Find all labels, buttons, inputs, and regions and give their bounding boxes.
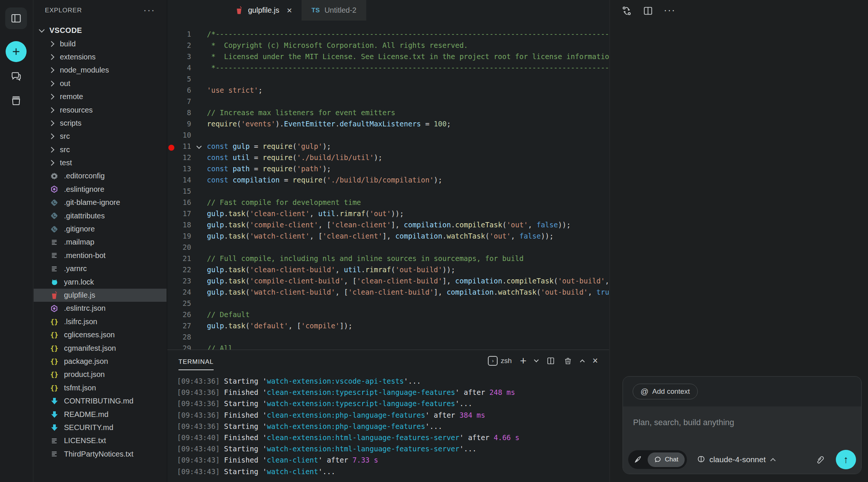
mode-toggle[interactable]: Chat <box>628 450 687 469</box>
code-line[interactable]: 6'use strict'; <box>167 86 609 97</box>
add-context-button[interactable]: @ Add context <box>633 384 698 399</box>
code-line[interactable]: 4 *-------------------------------------… <box>167 64 609 75</box>
tree-item[interactable]: ThirdPartyNotices.txt <box>34 448 166 461</box>
archive-box-icon[interactable] <box>5 90 27 111</box>
chat-bubbles-icon[interactable] <box>5 66 27 88</box>
code-line[interactable]: 29// All <box>167 344 609 350</box>
tree-item[interactable]: gulpfile.js <box>34 289 166 302</box>
maximize-panel-icon[interactable] <box>580 359 585 364</box>
edit-mode-icon[interactable] <box>628 455 648 464</box>
code-line[interactable]: 17gulp.task('clean-client', util.rimraf(… <box>167 209 609 221</box>
code-line[interactable]: 20 <box>167 243 609 254</box>
tree-item[interactable]: {}tsfmt.json <box>34 381 166 394</box>
split-terminal-icon[interactable] <box>546 356 555 365</box>
code-line[interactable]: 19gulp.task('watch-client', ['clean-clie… <box>167 232 609 243</box>
editor-more-actions-icon[interactable]: ··· <box>664 4 676 16</box>
code-line[interactable]: 7 <box>167 97 609 108</box>
explorer-more-actions-icon[interactable]: ··· <box>143 4 155 16</box>
code-line[interactable]: 25 <box>167 299 609 310</box>
tree-item[interactable]: .eslintrc.json <box>34 302 166 315</box>
fold-column <box>191 165 207 176</box>
tree-item[interactable]: .eslintignore <box>34 183 166 196</box>
panel-toggle-icon[interactable] <box>5 7 27 29</box>
swap-editors-icon[interactable] <box>621 5 632 18</box>
tree-item[interactable]: {}product.json <box>34 368 166 381</box>
tree-item[interactable]: .gitattributes <box>34 209 166 222</box>
chat-composer[interactable]: @ Add context Plan, search, build anythi… <box>623 376 862 474</box>
tree-item[interactable]: src <box>34 143 166 156</box>
terminal-dropdown-icon[interactable] <box>534 357 539 362</box>
code-line[interactable]: 12const util = require('./build/lib/util… <box>167 153 609 165</box>
terminal-tab[interactable]: TERMINAL <box>178 358 214 370</box>
code-line[interactable]: 15 <box>167 187 609 198</box>
tree-item[interactable]: {}.lsifrc.json <box>34 315 166 328</box>
tree-item[interactable]: .editorconfig <box>34 169 166 182</box>
code-line[interactable]: 27gulp.task('default', ['compile']); <box>167 322 609 333</box>
glyph-margin <box>167 153 175 165</box>
tree-item[interactable]: out <box>34 77 166 90</box>
tree-item[interactable]: {}package.json <box>34 355 166 368</box>
tree-item[interactable]: .yarnrc <box>34 262 166 275</box>
tree-item[interactable]: remote <box>34 90 166 103</box>
code-line[interactable]: 23gulp.task('compile-client-build', ['cl… <box>167 277 609 288</box>
composer-body[interactable]: Plan, search, build anything Chat <box>623 406 861 474</box>
code-line[interactable]: 9require('events').EventEmitter.defaultM… <box>167 120 609 131</box>
tree-item[interactable]: test <box>34 156 166 169</box>
close-icon[interactable]: × <box>287 5 292 16</box>
attach-file-icon[interactable] <box>815 455 825 464</box>
line-number: 4 <box>175 64 191 75</box>
tree-item[interactable]: CONTRIBUTING.md <box>34 394 166 408</box>
tree-item[interactable]: .mailmap <box>34 236 166 249</box>
chat-mode-chip[interactable]: Chat <box>648 452 685 467</box>
tree-item[interactable]: scripts <box>34 117 166 130</box>
tree-item[interactable]: src <box>34 130 166 143</box>
code-line[interactable]: 11const gulp = require('gulp'); <box>167 142 609 153</box>
token: , [ <box>318 221 331 229</box>
code-line[interactable]: 18gulp.task('compile-client', ['clean-cl… <box>167 221 609 232</box>
tree-item[interactable]: resources <box>34 103 166 116</box>
split-editor-icon[interactable] <box>643 6 653 18</box>
kill-terminal-icon[interactable] <box>563 356 572 365</box>
terminal-output[interactable]: [09:43:36] Starting 'watch-extension:vsc… <box>177 377 605 482</box>
breakpoint-icon[interactable] <box>168 145 174 151</box>
model-selector[interactable]: claude-4-sonnet <box>697 455 775 464</box>
tree-item[interactable]: {}cglicenses.json <box>34 328 166 341</box>
send-button[interactable]: ↑ <box>836 450 856 469</box>
code-line[interactable]: 28 <box>167 333 609 344</box>
shell-chip[interactable]: › zsh <box>488 356 512 366</box>
tab-Untitled-2[interactable]: TSUntitled-2 <box>302 0 366 21</box>
tab-gulpfile.js[interactable]: gulpfile.js× <box>226 0 302 21</box>
code-line[interactable]: 14const compilation = require('./build/l… <box>167 176 609 187</box>
fold-chevron-icon[interactable] <box>196 144 202 149</box>
code-line[interactable]: 5 <box>167 75 609 86</box>
tree-item[interactable]: .mention-bot <box>34 249 166 262</box>
new-chat-button[interactable] <box>6 41 27 62</box>
token: )); <box>442 265 455 274</box>
code-line[interactable]: 2 * Copyright (c) Microsoft Corporation.… <box>167 41 609 52</box>
tree-item[interactable]: SECURITY.md <box>34 421 166 434</box>
tree-item[interactable]: build <box>34 37 166 50</box>
code-line[interactable]: 13const path = require('path'); <box>167 165 609 176</box>
close-panel-icon[interactable]: × <box>592 355 598 366</box>
code-line[interactable]: 3 * Licensed under the MIT License. See … <box>167 52 609 64</box>
code-line[interactable]: 8// Increase max listeners for event emi… <box>167 108 609 120</box>
tree-item[interactable]: README.md <box>34 408 166 421</box>
tree-item[interactable]: .gitignore <box>34 222 166 236</box>
code-line[interactable]: 10 <box>167 131 609 142</box>
tree-item[interactable]: node_modules <box>34 64 166 77</box>
code-line[interactable]: 21// Full compile, including nls and inl… <box>167 254 609 265</box>
code-line[interactable]: 24gulp.task('watch-client-build', ['clea… <box>167 288 609 299</box>
code-line[interactable]: 22gulp.task('clean-client-build', util.r… <box>167 265 609 277</box>
token: task <box>228 209 245 218</box>
line-number: 13 <box>175 165 191 176</box>
tree-item[interactable]: extensions <box>34 50 166 64</box>
tree-item[interactable]: {}cgmanifest.json <box>34 341 166 354</box>
tree-item[interactable]: .git-blame-ignore <box>34 196 166 209</box>
code-line[interactable]: 26// Default <box>167 310 609 322</box>
code-line[interactable]: 1/*-------------------------------------… <box>167 30 609 41</box>
tree-item[interactable]: LICENSE.txt <box>34 434 166 447</box>
code-editor[interactable]: 1/*-------------------------------------… <box>167 21 609 350</box>
code-line[interactable]: 16// Fast compile for development time <box>167 198 609 209</box>
tree-root[interactable]: VSCODE <box>34 24 166 37</box>
tree-item[interactable]: yarn.lock <box>34 275 166 288</box>
